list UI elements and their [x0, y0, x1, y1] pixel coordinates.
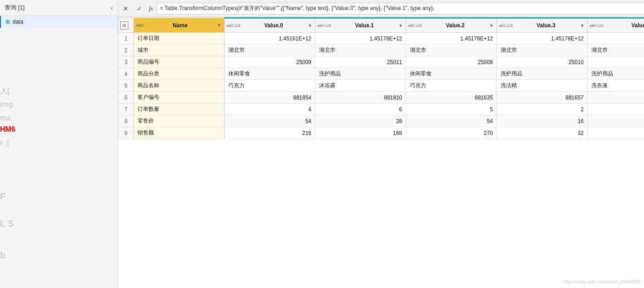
value-cell: 洗护用品: [497, 68, 588, 80]
col-header-rownum: ⊞: [118, 18, 134, 33]
table-row: 8零售价54285416: [118, 115, 644, 127]
data-table: ⊞ ABC Name ▼: [118, 17, 644, 139]
col-value2-dropdown[interactable]: ▼: [488, 22, 495, 29]
table-body: 1订单日期1.45161E+121.45178E+121.45178E+121.…: [118, 33, 644, 139]
row-number: 4: [118, 68, 134, 80]
value-cell: 洗衣液: [588, 80, 644, 92]
table-icon: ⊞: [5, 19, 10, 25]
value-cell: 湖北市: [588, 45, 644, 56]
value-cell: 湖北市: [406, 45, 497, 56]
value-cell: 6: [315, 104, 406, 115]
value-cell: 270: [406, 127, 497, 139]
value-cell: 881635: [406, 92, 497, 104]
value-cell: 2: [497, 104, 588, 115]
value-cell: 湖北市: [225, 45, 315, 56]
value-cell: 25011: [315, 56, 406, 68]
value-cell: 4: [225, 104, 315, 115]
name-cell: 商品名称: [134, 80, 225, 92]
left-panel: 查询 [1] ‹ ⊞ data 入[ img ma HM6 r_[ F L S …: [0, 0, 118, 288]
collapse-button[interactable]: ‹: [111, 4, 113, 11]
query-item-data[interactable]: ⊞ data: [0, 16, 118, 28]
query-title: 查询 [1]: [5, 4, 25, 12]
formula-input[interactable]: [157, 3, 644, 15]
side-text-2: img: [0, 100, 13, 109]
row-number: 5: [118, 80, 134, 92]
value-cell: 1.45178E+12: [406, 33, 497, 45]
value-cell: 1.45178E+12: [315, 33, 406, 45]
side-text-4: HM6: [0, 125, 15, 134]
side-text-1: 入[: [0, 87, 10, 96]
value-cell: 沐浴露: [315, 80, 406, 92]
value-cell: 28: [315, 115, 406, 127]
value-cell: 1.45161E+12: [225, 33, 315, 45]
col-type-value3: ABC123: [499, 24, 513, 28]
row-number: 2: [118, 45, 134, 56]
value-cell: 16: [497, 115, 588, 127]
col-value0-dropdown[interactable]: ▼: [307, 22, 313, 29]
value-cell: 32: [497, 127, 588, 139]
main-content: ✕ ✓ fx ∨ ⊞: [118, 0, 644, 288]
value-cell: 168: [315, 127, 406, 139]
fx-icon: fx: [147, 5, 155, 12]
col-header-name: ABC Name ▼: [134, 18, 225, 33]
col-type-value1: ABC123: [317, 24, 331, 28]
col-header-value1: ABC123 Value.1 ▼: [315, 18, 406, 33]
side-text-5: r_[: [0, 139, 9, 147]
col-header-value2: ABC123 Value.2 ▼: [406, 18, 497, 33]
table-row: 9销售额21616827032: [118, 127, 644, 139]
value-cell: 洗护用品: [588, 68, 644, 80]
side-text-8: b: [0, 250, 5, 261]
value-cell: 25010: [497, 56, 588, 68]
col-type-value2: ABC123: [408, 24, 422, 28]
value-cell: 湖北市: [315, 45, 406, 56]
formula-bar: ✕ ✓ fx ∨: [118, 0, 644, 17]
value-cell: 休闲零食: [406, 68, 497, 80]
table-row: 1订单日期1.45161E+121.45178E+121.45178E+121.…: [118, 33, 644, 45]
col-value2-label: Value.2: [424, 22, 487, 29]
confirm-button[interactable]: ✓: [133, 3, 145, 15]
table-row: 3商品编号25009250112500925010: [118, 56, 644, 68]
col-name-dropdown[interactable]: ▼: [216, 22, 222, 29]
col-value4-label: Value.4: [605, 22, 644, 29]
col-header-value0: ABC123 Value.0 ▼: [225, 18, 315, 33]
value-cell: [588, 127, 644, 139]
name-cell: 零售价: [134, 115, 225, 127]
col-value3-dropdown[interactable]: ▼: [579, 22, 585, 29]
side-decorations: 入[ img ma HM6 r_[ F L S b: [0, 28, 118, 288]
row-number: 8: [118, 115, 134, 127]
value-cell: 25009: [406, 56, 497, 68]
col-name-label: Name: [146, 22, 215, 29]
value-cell: 1.45178E+12: [497, 33, 588, 45]
side-text-7: L S: [0, 218, 14, 229]
name-cell: 客户编号: [134, 92, 225, 104]
col-type-name: ABC: [136, 23, 144, 28]
table-row: 4商品分类休闲零食洗护用品休闲零食洗护用品洗护用品: [118, 68, 644, 80]
col-type-value4: ABC123: [590, 24, 604, 28]
col-value0-label: Value.0: [242, 22, 305, 29]
side-text-6: F: [0, 191, 5, 202]
table-row: 7订单数量4652: [118, 104, 644, 115]
name-cell: 城市: [134, 45, 225, 56]
row-number: 7: [118, 104, 134, 115]
cancel-button[interactable]: ✕: [120, 3, 132, 15]
name-cell: 销售额: [134, 127, 225, 139]
value-cell: 洗洁精: [497, 80, 588, 92]
value-cell: 25009: [225, 56, 315, 68]
value-cell: 881810: [315, 92, 406, 104]
row-number: 6: [118, 92, 134, 104]
name-cell: 商品编号: [134, 56, 225, 68]
value-cell: 881854: [225, 92, 315, 104]
value-cell: 54: [406, 115, 497, 127]
value-cell: [588, 56, 644, 68]
value-cell: 216: [225, 127, 315, 139]
col-value1-dropdown[interactable]: ▼: [398, 22, 404, 29]
value-cell: 5: [406, 104, 497, 115]
table-grid-icon[interactable]: ⊞: [120, 21, 128, 30]
table-row: 2城市湖北市湖北市湖北市湖北市湖北市: [118, 45, 644, 56]
value-cell: [588, 115, 644, 127]
col-header-value3: ABC123 Value.3 ▼: [497, 18, 588, 33]
value-cell: 洗护用品: [315, 68, 406, 80]
value-cell: 巧克力: [225, 80, 315, 92]
value-cell: [588, 104, 644, 115]
row-number: 9: [118, 127, 134, 139]
